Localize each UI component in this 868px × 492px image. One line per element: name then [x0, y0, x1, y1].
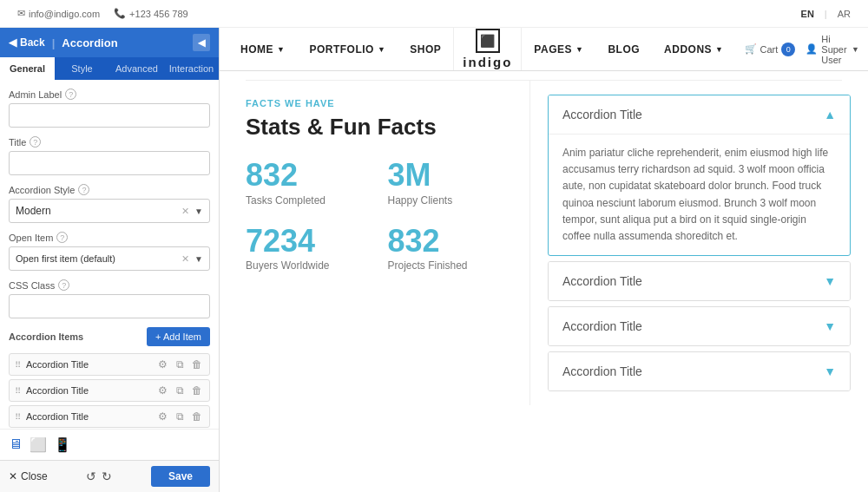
logo-icon: ⬛	[480, 34, 495, 48]
nav-item-shop[interactable]: SHOP	[398, 28, 453, 70]
email-link[interactable]: ✉ info@indigo.com	[17, 8, 100, 19]
open-item-help[interactable]: ?	[56, 232, 68, 243]
list-item: ⠿ Accordion Title ⚙ ⧉ 🗑	[9, 379, 210, 402]
settings-icon[interactable]: ⚙	[155, 410, 169, 423]
nav-item-home[interactable]: HOME ▼	[228, 28, 297, 70]
title-input[interactable]	[9, 151, 210, 175]
accordion-style-arrow: ▼	[194, 207, 203, 216]
lang-en[interactable]: EN	[801, 9, 814, 19]
chevron-down-icon: ▼	[824, 274, 836, 288]
css-class-group: CSS Class ?	[9, 279, 210, 318]
sidebar-title: Accordion	[62, 36, 117, 49]
open-item-label: Open Item ?	[9, 232, 210, 243]
chevron-down-icon: ▼	[824, 319, 836, 333]
accordion-item-header-1[interactable]: Accordion Title ▼	[549, 262, 850, 300]
accordion-style-clear[interactable]: ✕	[181, 206, 189, 217]
accordion-item: Accordion Title ▼	[548, 306, 851, 346]
open-item-arrow: ▼	[194, 254, 203, 264]
redo-button[interactable]: ↻	[102, 469, 112, 483]
settings-icon[interactable]: ⚙	[155, 358, 169, 371]
logo[interactable]: ⬛ indigo	[453, 28, 522, 70]
delete-icon[interactable]: 🗑	[190, 358, 204, 371]
accordion-body-0: Anim pariatur cliche reprehenderit, enim…	[549, 134, 850, 255]
stat-item: 7234 Buyers Worldwide	[246, 224, 371, 272]
chevron-down-icon: ▼	[575, 45, 583, 54]
css-class-help[interactable]: ?	[58, 279, 69, 291]
copy-icon[interactable]: ⧉	[173, 358, 187, 371]
accordion-style-help[interactable]: ?	[78, 184, 89, 195]
stat-number: 3M	[388, 158, 513, 193]
back-button[interactable]: ◀ Back	[9, 36, 45, 49]
sidebar-toggle[interactable]: ◀	[193, 34, 210, 51]
chevron-up-icon: ▲	[824, 108, 836, 121]
delete-icon[interactable]: 🗑	[190, 384, 204, 397]
copy-icon[interactable]: ⧉	[173, 384, 187, 397]
settings-icon[interactable]: ⚙	[155, 384, 169, 397]
chevron-down-icon: ▼	[277, 45, 285, 54]
tablet-icon[interactable]: ⬜	[30, 436, 47, 453]
accordion-style-select[interactable]: Modern ✕ ▼	[9, 199, 210, 223]
admin-label-input[interactable]	[9, 103, 210, 128]
sidebar-header: ◀ Back | Accordion ◀	[0, 28, 219, 57]
accordion-section: Accordion Title ▲ Anim pariatur cliche r…	[529, 81, 868, 405]
stat-label: Happy Clients	[388, 194, 513, 207]
info-bar-left: ✉ info@indigo.com 📞 +123 456 789	[17, 8, 188, 19]
chevron-left-icon: ◀	[198, 37, 205, 49]
title-group: Title ?	[9, 136, 210, 175]
accordion-item: Accordion Title ▼	[548, 261, 851, 301]
sidebar-tabs: General Style Advanced Interaction	[0, 57, 219, 80]
save-button[interactable]: Save	[151, 466, 210, 487]
close-button[interactable]: ✕ Close	[9, 470, 48, 482]
tab-general[interactable]: General	[0, 57, 55, 80]
list-item: ⠿ Accordion Title ⚙ ⧉ 🗑	[9, 405, 210, 428]
accordion-item-header-3[interactable]: Accordion Title ▼	[549, 352, 850, 390]
user-icon: 👤	[806, 43, 818, 55]
open-item-select[interactable]: Open first item (default) ✕ ▼	[9, 246, 210, 271]
desktop-icon[interactable]: 🖥	[9, 436, 23, 453]
nav-item-blog[interactable]: BLOG	[595, 28, 652, 70]
copy-icon[interactable]: ⧉	[173, 410, 187, 423]
accordion-title-0: Accordion Title	[562, 108, 642, 121]
sidebar: ◀ Back | Accordion ◀ General Style Advan…	[0, 28, 220, 492]
user-button[interactable]: 👤 Hi Super User ▼	[806, 34, 859, 65]
accordion-list: Accordion Title ▲ Anim pariatur cliche r…	[548, 95, 851, 391]
accordion-item-header-2[interactable]: Accordion Title ▼	[549, 307, 850, 345]
nav-item-addons[interactable]: ADDONS ▼	[652, 28, 735, 70]
sidebar-bottom-bar: ✕ Close ↺ ↻ Save	[0, 460, 219, 492]
title-help[interactable]: ?	[30, 136, 41, 148]
drag-handle-icon[interactable]: ⠿	[15, 412, 21, 422]
accordion-item-header-0[interactable]: Accordion Title ▲	[549, 95, 850, 134]
stat-label: Tasks Completed	[246, 194, 371, 207]
tab-style[interactable]: Style	[55, 57, 109, 80]
lang-ar[interactable]: AR	[838, 9, 851, 19]
accordion-items-label: Accordion Items	[9, 331, 83, 342]
x-icon: ✕	[9, 470, 17, 482]
main-nav: HOME ▼ PORTFOLIO ▼ SHOP ⬛ indigo	[220, 28, 868, 71]
user-chevron-icon: ▼	[852, 45, 859, 54]
content-area: FACTS WE HAVE Stats & Fun Facts 832 Task…	[220, 71, 868, 492]
open-item-clear[interactable]: ✕	[181, 253, 189, 265]
nav-item-portfolio[interactable]: PORTFOLIO ▼	[297, 28, 398, 70]
stat-number: 7234	[246, 224, 371, 259]
phone-icon: 📞	[114, 8, 126, 19]
add-item-button[interactable]: + Add Item	[147, 327, 210, 346]
phone-link[interactable]: 📞 +123 456 789	[114, 8, 188, 19]
undo-button[interactable]: ↺	[86, 469, 96, 483]
sidebar-header-left: ◀ Back | Accordion	[9, 36, 118, 49]
accordion-title-3: Accordion Title	[562, 364, 642, 378]
css-class-input[interactable]	[9, 294, 210, 318]
nav-items: HOME ▼ PORTFOLIO ▼ SHOP ⬛ indigo	[220, 28, 868, 70]
email-icon: ✉	[17, 8, 25, 19]
tab-advanced[interactable]: Advanced	[109, 57, 164, 80]
tab-interaction[interactable]: Interaction	[164, 57, 219, 80]
css-class-label: CSS Class ?	[9, 279, 210, 291]
nav-item-pages[interactable]: PAGES ▼	[522, 28, 595, 70]
drag-handle-icon[interactable]: ⠿	[15, 386, 21, 396]
user-label: Hi Super User	[821, 34, 848, 65]
drag-handle-icon[interactable]: ⠿	[15, 360, 21, 370]
cart-button[interactable]: 🛒 Cart 0	[745, 43, 796, 56]
delete-icon[interactable]: 🗑	[190, 410, 204, 423]
mobile-icon[interactable]: 📱	[54, 436, 71, 453]
admin-label-help[interactable]: ?	[65, 89, 76, 100]
admin-label-group: Admin Label ?	[9, 89, 210, 128]
